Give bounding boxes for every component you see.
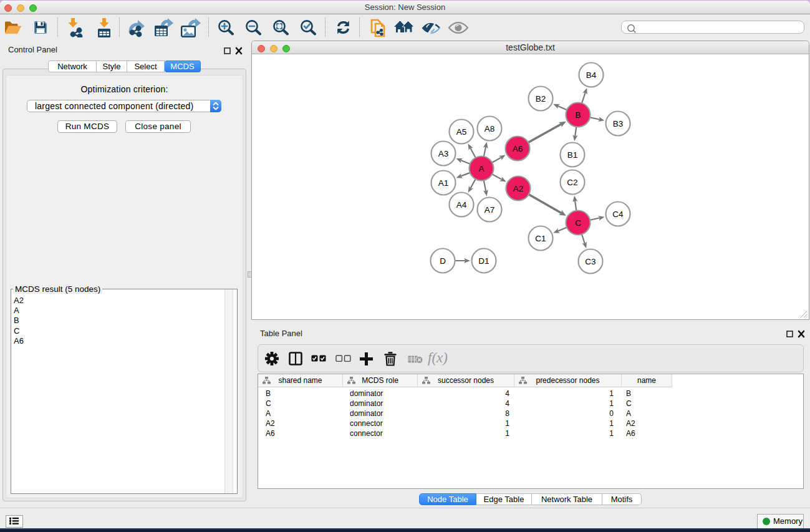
svg-text:A2: A2: [513, 184, 524, 193]
svg-text:A3: A3: [438, 149, 449, 158]
svg-text:C: C: [575, 218, 581, 228]
svg-text:B2: B2: [536, 94, 546, 104]
svg-text:C1: C1: [535, 234, 546, 243]
svg-text:A5: A5: [456, 127, 467, 137]
svg-text:A6: A6: [513, 144, 523, 153]
svg-text:C3: C3: [585, 257, 595, 266]
svg-text:A1: A1: [438, 178, 449, 188]
svg-text:C4: C4: [612, 210, 624, 219]
svg-text:A4: A4: [456, 200, 467, 210]
svg-text:B3: B3: [613, 119, 624, 128]
svg-text:B1: B1: [567, 150, 578, 160]
svg-text:D1: D1: [478, 256, 489, 266]
svg-text:A8: A8: [485, 124, 495, 133]
svg-text:D: D: [440, 256, 446, 266]
svg-text:C2: C2: [567, 178, 577, 187]
svg-text:B4: B4: [586, 70, 597, 80]
svg-text:A: A: [478, 164, 484, 173]
svg-text:B: B: [575, 110, 581, 120]
svg-text:A7: A7: [485, 205, 495, 215]
